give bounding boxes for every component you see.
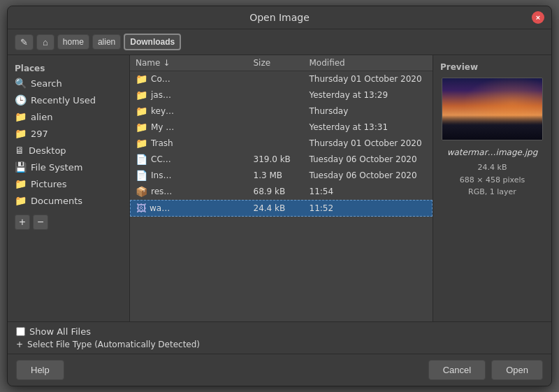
file-size-cell: 319.0 kB bbox=[254, 154, 310, 164]
file-modified-cell: 11:52 bbox=[310, 203, 427, 213]
preview-image-silhouette bbox=[442, 115, 542, 140]
folder-icon-297: 📁 bbox=[15, 128, 27, 139]
file-list-header[interactable]: Name ↓ Size Modified bbox=[130, 55, 433, 71]
file-name-text: Ins… bbox=[151, 170, 171, 180]
preview-label: Preview bbox=[440, 62, 478, 72]
sidebar-item-recently-used[interactable]: 🕒 Recently Used bbox=[8, 92, 129, 108]
pdf-icon: 📄 bbox=[136, 170, 147, 181]
sidebar-item-desktop-label: Desktop bbox=[29, 145, 66, 156]
search-icon: 🔍 bbox=[15, 78, 27, 89]
file-name-cell: 📄 Ins… bbox=[136, 170, 254, 181]
table-row[interactable]: 📁 jas… Yesterday at 13:29 bbox=[130, 87, 433, 103]
file-name-text: res… bbox=[151, 187, 172, 196]
help-button[interactable]: Help bbox=[16, 360, 64, 380]
file-list-container[interactable]: 📁 Co… Thursday 01 October 2020 📁 jas… Ye… bbox=[130, 71, 433, 321]
sidebar: Places 🔍 Search 🕒 Recently Used 📁 alien … bbox=[8, 55, 130, 321]
desktop-icon: 🖥 bbox=[15, 145, 24, 156]
file-name-cell: 📦 res… bbox=[136, 186, 254, 197]
file-area: Name ↓ Size Modified 📁 Co… Thursday 01 O… bbox=[130, 55, 433, 321]
table-row[interactable]: 📄 CC… 319.0 kB Tuesday 06 October 2020 bbox=[130, 152, 433, 168]
file-name-text: Co… bbox=[151, 74, 170, 84]
breadcrumb-alien[interactable]: alien bbox=[92, 34, 121, 50]
footer-right-buttons: Cancel Open bbox=[428, 360, 543, 380]
file-name-cell: 📁 jas… bbox=[136, 89, 254, 101]
show-all-files-checkbox[interactable] bbox=[16, 327, 25, 336]
home-button[interactable]: ⌂ bbox=[36, 34, 55, 50]
preview-dimensions: 688 × 458 pixels bbox=[460, 174, 525, 187]
select-file-type-label: Select File Type (Automatically Detected… bbox=[27, 340, 200, 349]
edit-button[interactable]: ✎ bbox=[15, 34, 34, 50]
column-size-header[interactable]: Size bbox=[254, 58, 310, 68]
table-row[interactable]: 📦 res… 68.9 kB 11:54 bbox=[130, 184, 433, 200]
folder-icon: 📁 bbox=[136, 89, 147, 101]
preview-color-info: RGB, 1 layer bbox=[460, 186, 525, 198]
close-button[interactable]: × bbox=[532, 11, 544, 24]
sidebar-item-file-system[interactable]: 💾 File System bbox=[8, 159, 129, 175]
table-row[interactable]: 📁 My … Yesterday at 13:31 bbox=[130, 119, 433, 136]
sidebar-item-pictures-label: Pictures bbox=[31, 179, 66, 189]
folder-icon: 📁 bbox=[136, 122, 147, 133]
sidebar-item-pictures[interactable]: 📁 Pictures bbox=[8, 175, 129, 192]
breadcrumb-downloads[interactable]: Downloads bbox=[124, 34, 181, 50]
sidebar-item-desktop[interactable]: 🖥 Desktop bbox=[8, 142, 129, 159]
sidebar-item-alien[interactable]: 📁 alien bbox=[8, 108, 129, 125]
file-name-cell: 📁 Trash bbox=[136, 138, 254, 149]
file-modified-cell: Thursday 01 October 2020 bbox=[310, 138, 428, 148]
file-name-text: key… bbox=[151, 106, 174, 116]
file-modified-cell: 11:54 bbox=[310, 187, 428, 196]
file-name-text: wa… bbox=[150, 203, 170, 213]
sidebar-item-file-system-label: File System bbox=[31, 162, 82, 173]
footer: Help Cancel Open bbox=[8, 354, 551, 386]
preview-size: 24.4 kB bbox=[460, 161, 525, 174]
pdf-icon: 📄 bbox=[136, 154, 147, 165]
file-size-cell: 24.4 kB bbox=[254, 203, 310, 213]
add-location-button[interactable]: + bbox=[15, 215, 30, 230]
dialog-title: Open Image bbox=[249, 12, 310, 23]
file-name-cell: 📄 CC… bbox=[136, 154, 254, 165]
folder-icon: 📁 bbox=[136, 138, 147, 149]
cancel-button[interactable]: Cancel bbox=[428, 360, 486, 380]
table-row[interactable]: 📁 key… Thursday bbox=[130, 103, 433, 119]
file-name-text: Trash bbox=[151, 138, 173, 148]
open-image-dialog: Open Image × ✎ ⌂ home alien Downloads Pl… bbox=[7, 6, 552, 386]
sidebar-item-297-label: 297 bbox=[31, 129, 48, 139]
sidebar-item-recently-used-label: Recently Used bbox=[31, 95, 96, 106]
remove-location-button[interactable]: − bbox=[33, 215, 48, 230]
file-name-text: CC… bbox=[151, 154, 171, 164]
main-content: Places 🔍 Search 🕒 Recently Used 📁 alien … bbox=[8, 55, 551, 321]
folder-icon-documents: 📁 bbox=[15, 195, 27, 206]
column-modified-header[interactable]: Modified bbox=[310, 58, 428, 68]
breadcrumb-home[interactable]: home bbox=[57, 34, 89, 50]
file-system-icon: 💾 bbox=[15, 161, 27, 173]
select-file-type-row[interactable]: + Select File Type (Automatically Detect… bbox=[16, 340, 543, 349]
file-modified-cell: Thursday bbox=[310, 106, 428, 116]
table-row[interactable]: 🖼 wa… 24.4 kB 11:52 bbox=[130, 200, 433, 217]
show-all-files-label[interactable]: Show All Files bbox=[29, 326, 91, 337]
sidebar-item-documents[interactable]: 📁 Documents bbox=[8, 192, 129, 209]
bottom-area: Show All Files + Select File Type (Autom… bbox=[8, 321, 551, 354]
file-name-text: jas… bbox=[151, 90, 171, 100]
sidebar-item-search[interactable]: 🔍 Search bbox=[8, 75, 129, 92]
folder-icon: 📁 bbox=[136, 106, 147, 117]
table-row[interactable]: 📁 Trash Thursday 01 October 2020 bbox=[130, 136, 433, 152]
file-name-text: My … bbox=[151, 122, 174, 132]
sidebar-item-documents-label: Documents bbox=[31, 196, 82, 206]
sidebar-item-297[interactable]: 📁 297 bbox=[8, 125, 129, 142]
table-row[interactable]: 📁 Co… Thursday 01 October 2020 bbox=[130, 71, 433, 87]
column-name-header[interactable]: Name ↓ bbox=[136, 58, 254, 68]
file-name-cell: 📁 Co… bbox=[136, 73, 254, 85]
sidebar-item-alien-label: alien bbox=[31, 112, 52, 122]
folder-icon-pictures: 📁 bbox=[15, 178, 27, 189]
title-bar: Open Image × bbox=[8, 6, 551, 29]
file-modified-cell: Tuesday 06 October 2020 bbox=[310, 170, 428, 180]
sidebar-add-remove-controls: + − bbox=[8, 212, 129, 233]
file-name-cell: 📁 key… bbox=[136, 106, 254, 117]
preview-filename: watermar…image.jpg bbox=[447, 147, 538, 157]
table-row[interactable]: 📄 Ins… 1.3 MB Tuesday 06 October 2020 bbox=[130, 168, 433, 184]
folder-icon: 📁 bbox=[136, 73, 147, 85]
file-modified-cell: Tuesday 06 October 2020 bbox=[310, 154, 428, 164]
folder-icon-alien: 📁 bbox=[15, 111, 27, 122]
preview-image-container bbox=[442, 78, 543, 140]
open-button[interactable]: Open bbox=[491, 360, 543, 380]
toolbar: ✎ ⌂ home alien Downloads bbox=[8, 29, 551, 55]
